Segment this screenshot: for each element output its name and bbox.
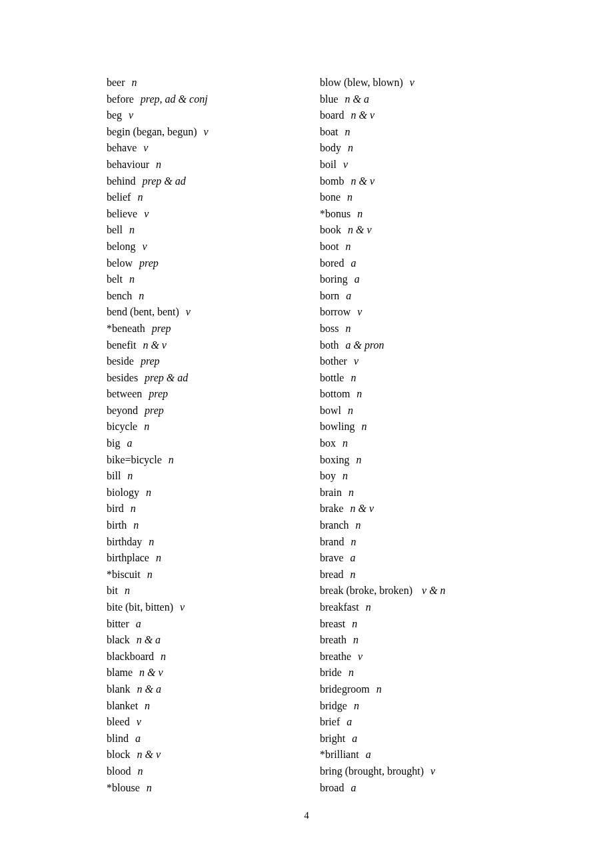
vocabulary-entry: begv [107, 107, 320, 124]
vocabulary-entry: bonen [320, 189, 533, 206]
vocabulary-word: bottom [320, 388, 350, 399]
part-of-speech: n [161, 651, 166, 662]
part-of-speech: n & a [137, 634, 161, 645]
vocabulary-entry: bottlen [320, 370, 533, 387]
vocabulary-entry: bodyn [320, 140, 533, 157]
vocabulary-entry: begin (began, begun)v [107, 124, 320, 141]
part-of-speech: n [348, 487, 354, 498]
part-of-speech: prep, ad & conj [141, 93, 208, 105]
part-of-speech: n [345, 241, 350, 252]
vocabulary-word: belief [107, 191, 131, 203]
vocabulary-word: birthplace [107, 552, 149, 563]
vocabulary-word: bench [107, 290, 132, 301]
vocabulary-word: blood [107, 765, 131, 777]
part-of-speech: n [149, 536, 154, 547]
vocabulary-entry: braken & v [320, 501, 533, 517]
vocabulary-word: bill [107, 470, 121, 481]
vocabulary-word: boot [320, 241, 338, 252]
vocabulary-entry: brandn [320, 534, 533, 551]
vocabulary-word: *bonus [320, 208, 350, 219]
vocabulary-entry: blankn & a [107, 681, 320, 698]
part-of-speech: n [356, 454, 361, 465]
vocabulary-entry: boringa [320, 271, 533, 288]
vocabulary-entry: bite (bit, bitten)v [107, 599, 320, 616]
vocabulary-entry: behaviourn [107, 157, 320, 173]
part-of-speech: v [358, 651, 362, 662]
vocabulary-word: blue [320, 93, 338, 105]
part-of-speech: v [343, 159, 348, 170]
part-of-speech: n [144, 421, 149, 432]
vocabulary-word: bird [107, 503, 124, 514]
part-of-speech: a [350, 552, 356, 563]
vocabulary-word: boss [320, 323, 338, 334]
vocabulary-entry: betweenprep [107, 386, 320, 403]
vocabulary-word: behind [107, 175, 136, 187]
vocabulary-word: bomb [320, 175, 344, 187]
vocabulary-entry: boilv [320, 157, 533, 173]
part-of-speech: n & v [137, 749, 161, 760]
part-of-speech: v [410, 77, 414, 88]
vocabulary-word: *biscuit [107, 569, 141, 580]
vocabulary-word: blackboard [107, 651, 154, 662]
part-of-speech: n [342, 470, 348, 481]
vocabulary-word: brake [320, 503, 344, 514]
vocabulary-entry: biga [107, 435, 320, 452]
vocabulary-column-right: blow (blew, blown)vbluen & aboardn & vbo… [320, 75, 533, 796]
vocabulary-word: beside [107, 355, 134, 367]
vocabulary-word: bowl [320, 405, 341, 416]
vocabulary-word: breakfast [320, 601, 359, 613]
vocabulary-word: bring (brought, brought) [320, 765, 424, 777]
part-of-speech: n [147, 782, 152, 793]
vocabulary-word: bit [107, 585, 118, 596]
part-of-speech: n [352, 618, 357, 629]
part-of-speech: a [354, 273, 360, 285]
vocabulary-word: birthday [107, 536, 142, 547]
vocabulary-entry: blackboardn [107, 649, 320, 665]
vocabulary-entry: briden [320, 665, 533, 681]
vocabulary-entry: botha & pron [320, 337, 533, 354]
part-of-speech: v [143, 142, 148, 153]
part-of-speech: n & v [350, 175, 374, 187]
part-of-speech: n [342, 437, 348, 449]
vocabulary-word: block [107, 749, 131, 760]
vocabulary-entry: breadn [320, 567, 533, 583]
part-of-speech: n & v [350, 109, 374, 121]
part-of-speech: n [125, 585, 130, 596]
part-of-speech: n [127, 470, 133, 481]
vocabulary-word: blanket [107, 700, 138, 711]
vocabulary-word: brain [320, 487, 342, 498]
part-of-speech: a [136, 618, 141, 629]
vocabulary-word: bride [320, 667, 342, 678]
part-of-speech: a [366, 749, 371, 760]
vocabulary-entry: blanketn [107, 698, 320, 715]
part-of-speech: n [146, 487, 151, 498]
part-of-speech: n & a [345, 93, 369, 105]
part-of-speech: n [354, 700, 359, 711]
vocabulary-entry: boardn & v [320, 107, 533, 124]
vocabulary-word: blank [107, 683, 131, 695]
vocabulary-word: bend (bent, bent) [107, 306, 179, 317]
vocabulary-entry: *beneathprep [107, 321, 320, 337]
part-of-speech: n [348, 142, 353, 153]
vocabulary-word: *beneath [107, 323, 145, 334]
vocabulary-word: benefit [107, 339, 136, 351]
part-of-speech: n [129, 224, 135, 235]
vocabulary-entry: brighta [320, 731, 533, 747]
vocabulary-word: bowling [320, 421, 354, 432]
part-of-speech: n [345, 126, 350, 137]
vocabulary-word: bored [320, 257, 344, 269]
part-of-speech: v [180, 601, 185, 613]
part-of-speech: n [156, 159, 161, 170]
vocabulary-word: bite (bit, bitten) [107, 601, 173, 613]
vocabulary-word: bike=bicycle [107, 454, 162, 465]
vocabulary-entry: beltn [107, 271, 320, 288]
part-of-speech: n [147, 569, 153, 580]
vocabulary-word: breast [320, 618, 345, 629]
part-of-speech: n [137, 191, 143, 203]
vocabulary-entry: bowln [320, 403, 533, 419]
vocabulary-entry: blinda [107, 731, 320, 747]
part-of-speech: a [350, 782, 356, 793]
part-of-speech: n [356, 519, 361, 531]
part-of-speech: n [366, 601, 371, 613]
part-of-speech: prep [139, 257, 159, 269]
